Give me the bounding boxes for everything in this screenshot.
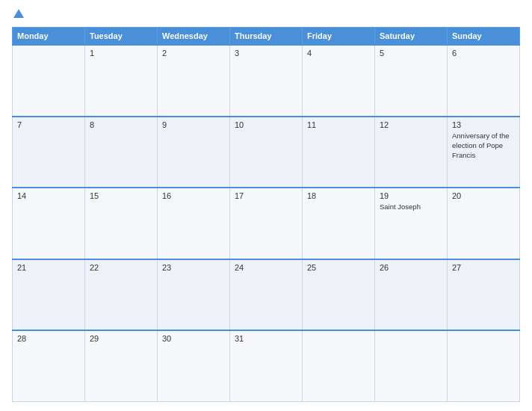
day-number: 24 (235, 263, 297, 272)
calendar-week-row: 123456 (13, 45, 520, 117)
day-number: 31 (235, 334, 297, 343)
day-number: 22 (90, 263, 152, 272)
day-number: 14 (17, 191, 80, 200)
calendar-day-cell: 21 (13, 259, 85, 331)
day-number: 19 (380, 191, 442, 200)
calendar-week-row: 78910111213Anniversary of the election o… (13, 117, 520, 188)
calendar-day-cell: 28 (13, 330, 85, 402)
calendar-day-cell: 17 (230, 188, 303, 259)
calendar-week-row: 141516171819Saint Joseph20 (13, 188, 520, 259)
day-number: 10 (235, 120, 297, 129)
calendar-day-cell: 27 (448, 259, 520, 331)
day-number: 16 (162, 191, 225, 200)
calendar-week-row: 28293031 (13, 330, 520, 402)
weekday-header-tuesday: Tuesday (85, 28, 158, 46)
day-number: 15 (90, 191, 152, 200)
day-number: 23 (162, 263, 225, 272)
header (12, 9, 520, 21)
calendar-day-cell: 6 (448, 45, 520, 117)
calendar-day-cell (303, 330, 375, 402)
calendar-day-cell: 10 (230, 117, 303, 188)
day-number: 18 (307, 191, 370, 200)
calendar-day-cell (448, 330, 520, 402)
calendar-day-cell: 20 (448, 188, 520, 259)
calendar-day-cell (375, 330, 448, 402)
day-number: 5 (380, 49, 442, 58)
day-number: 13 (452, 120, 515, 129)
logo (12, 9, 24, 21)
calendar-day-cell: 31 (230, 330, 303, 402)
calendar-day-cell: 7 (13, 117, 85, 188)
day-number: 12 (380, 120, 442, 129)
calendar-day-cell: 15 (85, 188, 158, 259)
day-number: 30 (162, 334, 225, 343)
calendar-page: MondayTuesdayWednesdayThursdayFridaySatu… (0, 0, 532, 411)
logo-triangle-icon (13, 9, 24, 18)
calendar-day-cell: 5 (375, 45, 448, 117)
day-number: 6 (452, 49, 515, 58)
day-number: 21 (17, 263, 80, 272)
calendar-day-cell (13, 45, 85, 117)
calendar-body: 12345678910111213Anniversary of the elec… (13, 45, 520, 402)
weekday-header-friday: Friday (303, 28, 375, 46)
day-number: 25 (307, 263, 370, 272)
calendar-day-cell: 24 (230, 259, 303, 331)
day-number: 26 (380, 263, 442, 272)
calendar-day-cell: 18 (303, 188, 375, 259)
day-event: Saint Joseph (380, 203, 421, 211)
calendar-day-cell: 23 (158, 259, 230, 331)
day-event: Anniversary of the election of Pope Fran… (452, 132, 510, 160)
calendar-day-cell: 13Anniversary of the election of Pope Fr… (448, 117, 520, 188)
calendar-table: MondayTuesdayWednesdayThursdayFridaySatu… (12, 27, 520, 402)
calendar-day-cell: 30 (158, 330, 230, 402)
calendar-day-cell: 25 (303, 259, 375, 331)
calendar-day-cell: 19Saint Joseph (375, 188, 448, 259)
day-number: 11 (307, 120, 370, 129)
weekday-header-row: MondayTuesdayWednesdayThursdayFridaySatu… (13, 28, 520, 46)
day-number: 2 (162, 49, 225, 58)
calendar-day-cell: 1 (85, 45, 158, 117)
calendar-day-cell: 29 (85, 330, 158, 402)
calendar-day-cell: 14 (13, 188, 85, 259)
weekday-header-wednesday: Wednesday (158, 28, 230, 46)
day-number: 1 (90, 49, 152, 58)
calendar-day-cell: 26 (375, 259, 448, 331)
day-number: 27 (452, 263, 515, 272)
calendar-day-cell: 12 (375, 117, 448, 188)
day-number: 8 (90, 120, 152, 129)
day-number: 17 (235, 191, 297, 200)
calendar-day-cell: 22 (85, 259, 158, 331)
calendar-day-cell: 9 (158, 117, 230, 188)
day-number: 28 (17, 334, 80, 343)
weekday-header-monday: Monday (13, 28, 85, 46)
calendar-header: MondayTuesdayWednesdayThursdayFridaySatu… (13, 28, 520, 46)
calendar-day-cell: 4 (303, 45, 375, 117)
day-number: 4 (307, 49, 370, 58)
weekday-header-sunday: Sunday (448, 28, 520, 46)
day-number: 3 (235, 49, 297, 58)
weekday-header-saturday: Saturday (375, 28, 448, 46)
day-number: 29 (90, 334, 152, 343)
calendar-day-cell: 8 (85, 117, 158, 188)
calendar-day-cell: 11 (303, 117, 375, 188)
day-number: 7 (17, 120, 80, 129)
calendar-day-cell: 16 (158, 188, 230, 259)
calendar-day-cell: 3 (230, 45, 303, 117)
day-number: 9 (162, 120, 225, 129)
weekday-header-thursday: Thursday (230, 28, 303, 46)
day-number: 20 (452, 191, 515, 200)
calendar-week-row: 21222324252627 (13, 259, 520, 331)
calendar-day-cell: 2 (158, 45, 230, 117)
